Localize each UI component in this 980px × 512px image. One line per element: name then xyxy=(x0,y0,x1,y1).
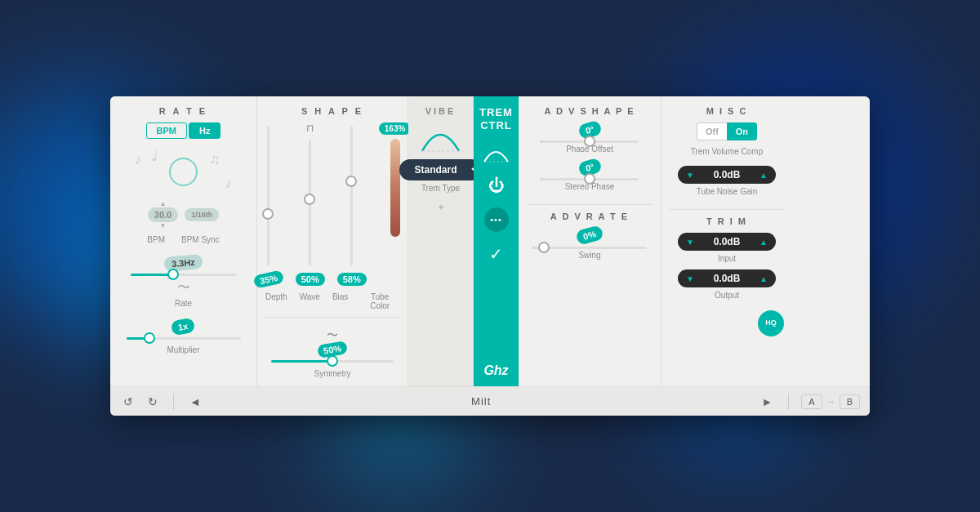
swing-badge[interactable]: 0% xyxy=(575,225,604,246)
sparkle-dots: ✦ xyxy=(437,199,445,214)
multiplier-label: Multiplier xyxy=(167,345,199,354)
input-down-arrow[interactable]: ▼ xyxy=(686,238,694,247)
adv-rate-title: A D V R A T E xyxy=(550,211,629,221)
tube-noise-down-arrow[interactable]: ▼ xyxy=(686,171,694,180)
input-label: Input xyxy=(718,254,736,263)
ghz-logo: Ghz xyxy=(483,363,508,378)
depth-badge[interactable]: 35% xyxy=(252,269,284,288)
bias-label: Bias xyxy=(332,292,348,310)
bias-control: 58% xyxy=(337,122,367,286)
input-up-arrow[interactable]: ▲ xyxy=(760,238,768,247)
bias-badge[interactable]: 58% xyxy=(337,273,367,286)
multiplier-control: 1x Multiplier xyxy=(118,319,248,354)
phase-offset-slider[interactable] xyxy=(541,140,639,143)
tube-noise-up-arrow[interactable]: ▲ xyxy=(760,171,768,180)
trem-ctrl-icons: ⏻ ••• ✓ Ghz xyxy=(482,136,510,378)
swing-slider[interactable] xyxy=(532,247,647,249)
rate-label: Rate xyxy=(175,299,192,308)
bias-slider[interactable] xyxy=(350,126,353,265)
square-wave-icon: ⊓ xyxy=(306,122,314,134)
hq-label: HQ xyxy=(765,319,777,327)
dots-menu-btn[interactable]: ••• xyxy=(484,207,509,232)
trem-vol-comp-toggle: Off On xyxy=(697,122,757,140)
redo-button[interactable]: ↻ xyxy=(145,394,161,410)
bpm-down-arrow[interactable]: ▼ xyxy=(160,222,167,229)
swing-label: Swing xyxy=(578,251,600,260)
note-2: ♩ xyxy=(151,147,158,165)
bpm-control: ▲ 30.0 ▼ xyxy=(148,200,178,229)
on-btn[interactable]: On xyxy=(727,122,757,140)
input-control[interactable]: ▼ 0.0dB ▲ xyxy=(678,233,776,251)
b-button[interactable]: B xyxy=(840,394,860,409)
output-value: 0.0dB xyxy=(714,273,741,284)
stereo-phase-slider-row xyxy=(527,178,653,180)
next-preset-button[interactable]: ► xyxy=(758,394,776,410)
note-3: ♫ xyxy=(209,151,220,168)
power-btn[interactable]: ⏻ xyxy=(488,176,505,195)
output-control[interactable]: ▼ 0.0dB ▲ xyxy=(678,269,776,287)
stereo-phase-slider[interactable] xyxy=(541,178,639,180)
swing-control: 0% Swing xyxy=(527,228,653,260)
misc-divider xyxy=(670,209,784,210)
hz-btn[interactable]: Hz xyxy=(189,122,220,139)
checkmark-btn[interactable]: ✓ xyxy=(489,244,503,264)
trem-vol-comp-label: Trem Volume Comp xyxy=(691,147,764,156)
bpm-row: ▲ 30.0 ▼ 1/16th xyxy=(148,200,219,229)
shape-labels: Depth Wave Bias Tube Color xyxy=(265,290,399,310)
shape-controls: 35% ⊓ 50% xyxy=(254,122,412,286)
tube-color-badge[interactable]: 163% xyxy=(379,122,412,135)
hq-button[interactable]: HQ xyxy=(758,310,784,336)
phase-offset-slider-row xyxy=(527,140,653,143)
sine-wave-icon: 〜 xyxy=(327,328,338,343)
plugin-wrapper: R A T E BPM Hz ♪ ♩ ♫ ♪ ▲ 30.0 ▼ xyxy=(110,96,870,416)
off-btn[interactable]: Off xyxy=(697,122,727,140)
wave-badge[interactable]: 50% xyxy=(296,273,325,286)
tube-noise-control[interactable]: ▼ 0.0dB ▲ xyxy=(678,166,776,184)
bpm-sync-value[interactable]: 1/16th xyxy=(185,208,219,221)
tube-noise-label: Tube Noise Gain xyxy=(697,187,758,196)
misc-title: M I S C xyxy=(706,106,748,116)
trem-type-select[interactable]: Standard xyxy=(399,159,482,180)
undo-button[interactable]: ↺ xyxy=(120,394,136,410)
plugin-body: R A T E BPM Hz ♪ ♩ ♫ ♪ ▲ 30.0 ▼ xyxy=(110,96,870,386)
wave-slider[interactable] xyxy=(309,140,311,265)
rate-section: R A T E BPM Hz ♪ ♩ ♫ ♪ ▲ 30.0 ▼ xyxy=(110,96,257,386)
vibe-curve-svg xyxy=(418,122,463,155)
symmetry-control: 〜 50% Symmetry xyxy=(271,328,394,378)
bpm-value[interactable]: 30.0 xyxy=(148,207,178,222)
output-down-arrow[interactable]: ▼ xyxy=(686,274,694,283)
trem-ctrl-section: TREM CTRL ⏻ ••• ✓ Ghz xyxy=(474,96,519,386)
wave-control: ⊓ 50% xyxy=(296,122,325,286)
bottom-bar: ↺ ↻ ◄ Milt ► A → B xyxy=(110,386,870,416)
ab-arrow: → xyxy=(826,397,835,407)
vibe-title: VIBE xyxy=(425,106,457,116)
symmetry-label: Symmetry xyxy=(314,369,351,378)
trem-ctrl-title: TREM CTRL xyxy=(479,106,513,131)
depth-slider[interactable] xyxy=(267,126,270,265)
misc-section: M I S C Off On Trem Volume Comp ▼ 0.0dB … xyxy=(662,96,792,386)
tube-color-control: 163% xyxy=(379,122,412,286)
output-label: Output xyxy=(715,291,739,300)
adv-shape-title: A D V S H A P E xyxy=(544,106,635,116)
ab-row: A → B xyxy=(801,394,860,409)
multiplier-badge[interactable]: 1x xyxy=(171,318,196,336)
symmetry-slider[interactable] xyxy=(271,360,394,363)
multiplier-slider[interactable] xyxy=(127,337,241,340)
output-up-arrow[interactable]: ▲ xyxy=(760,274,768,283)
adv-divider xyxy=(527,204,653,205)
circle-ring xyxy=(169,158,198,186)
prev-preset-button[interactable]: ◄ xyxy=(186,394,204,410)
tube-color-bar[interactable] xyxy=(390,139,400,237)
a-button[interactable]: A xyxy=(801,394,822,409)
dots-icon: ••• xyxy=(490,215,502,225)
adv-shape-section: A D V S H A P E 0° Phase Offset 0° xyxy=(519,96,662,386)
rate-slider-track[interactable] xyxy=(131,274,237,276)
rate-control: 3.3Hz 〜 Rate xyxy=(118,256,248,308)
bpm-up-arrow[interactable]: ▲ xyxy=(160,200,167,207)
shape-section: S H A P E 35% ⊓ xyxy=(257,96,408,386)
bottom-divider-2 xyxy=(788,394,789,410)
notes-display: ♪ ♩ ♫ ♪ xyxy=(127,147,241,196)
bpm-btn[interactable]: BPM xyxy=(146,122,187,139)
shape-divider xyxy=(265,317,399,318)
depth-control: 35% xyxy=(254,122,283,286)
